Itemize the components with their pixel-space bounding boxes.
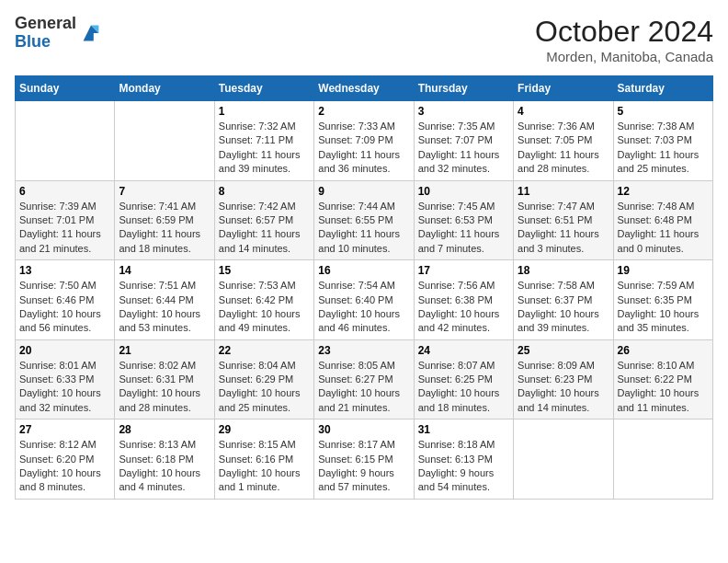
calendar-cell: 21Sunrise: 8:02 AM Sunset: 6:31 PM Dayli… <box>115 339 214 419</box>
location: Morden, Manitoba, Canada <box>535 49 713 64</box>
day-info: Sunrise: 8:13 AM Sunset: 6:18 PM Dayligh… <box>119 438 210 495</box>
calendar-cell: 10Sunrise: 7:45 AM Sunset: 6:53 PM Dayli… <box>414 180 513 260</box>
calendar-cell: 22Sunrise: 8:04 AM Sunset: 6:29 PM Dayli… <box>214 339 313 419</box>
day-info: Sunrise: 7:45 AM Sunset: 6:53 PM Dayligh… <box>418 200 509 257</box>
calendar-cell: 8Sunrise: 7:42 AM Sunset: 6:57 PM Daylig… <box>214 180 313 260</box>
calendar-week-row: 27Sunrise: 8:12 AM Sunset: 6:20 PM Dayli… <box>16 419 713 500</box>
day-number: 6 <box>19 185 110 198</box>
day-info: Sunrise: 7:38 AM Sunset: 7:03 PM Dayligh… <box>618 120 709 177</box>
day-info: Sunrise: 7:39 AM Sunset: 7:01 PM Dayligh… <box>19 200 110 257</box>
day-number: 19 <box>618 264 709 277</box>
day-info: Sunrise: 7:33 AM Sunset: 7:09 PM Dayligh… <box>318 120 409 177</box>
day-number: 26 <box>618 344 709 357</box>
calendar-cell: 24Sunrise: 8:07 AM Sunset: 6:25 PM Dayli… <box>414 339 513 419</box>
day-number: 21 <box>119 344 210 357</box>
day-number: 31 <box>418 423 509 436</box>
day-number: 24 <box>418 344 509 357</box>
logo: General Blue <box>15 15 104 52</box>
logo-icon <box>78 20 104 46</box>
page-header: General Blue October 2024 Morden, Manito… <box>15 15 713 64</box>
calendar-cell: 2Sunrise: 7:33 AM Sunset: 7:09 PM Daylig… <box>314 101 414 181</box>
calendar-cell: 13Sunrise: 7:50 AM Sunset: 6:46 PM Dayli… <box>16 260 115 340</box>
day-info: Sunrise: 7:32 AM Sunset: 7:11 PM Dayligh… <box>219 120 310 177</box>
day-of-week-header: Sunday <box>16 76 115 101</box>
calendar-cell: 29Sunrise: 8:15 AM Sunset: 6:16 PM Dayli… <box>214 419 313 500</box>
calendar-cell: 6Sunrise: 7:39 AM Sunset: 7:01 PM Daylig… <box>16 180 115 260</box>
day-number: 18 <box>518 264 609 277</box>
calendar-cell: 3Sunrise: 7:35 AM Sunset: 7:07 PM Daylig… <box>414 101 513 181</box>
calendar-cell: 15Sunrise: 7:53 AM Sunset: 6:42 PM Dayli… <box>214 260 313 340</box>
day-info: Sunrise: 8:18 AM Sunset: 6:13 PM Dayligh… <box>418 438 509 495</box>
day-info: Sunrise: 7:50 AM Sunset: 6:46 PM Dayligh… <box>19 279 110 336</box>
calendar-cell: 20Sunrise: 8:01 AM Sunset: 6:33 PM Dayli… <box>16 339 115 419</box>
day-info: Sunrise: 7:51 AM Sunset: 6:44 PM Dayligh… <box>119 279 210 336</box>
calendar-cell: 30Sunrise: 8:17 AM Sunset: 6:15 PM Dayli… <box>314 419 414 500</box>
day-number: 23 <box>318 344 409 357</box>
day-info: Sunrise: 7:36 AM Sunset: 7:05 PM Dayligh… <box>518 120 609 177</box>
logo-blue-text: Blue <box>15 32 51 51</box>
calendar-week-row: 1Sunrise: 7:32 AM Sunset: 7:11 PM Daylig… <box>16 101 713 181</box>
day-number: 28 <box>119 423 210 436</box>
calendar-week-row: 13Sunrise: 7:50 AM Sunset: 6:46 PM Dayli… <box>16 260 713 340</box>
day-number: 14 <box>119 264 210 277</box>
day-info: Sunrise: 7:44 AM Sunset: 6:55 PM Dayligh… <box>318 200 409 257</box>
calendar-cell: 23Sunrise: 8:05 AM Sunset: 6:27 PM Dayli… <box>314 339 414 419</box>
calendar-cell: 27Sunrise: 8:12 AM Sunset: 6:20 PM Dayli… <box>16 419 115 500</box>
day-number: 22 <box>219 344 310 357</box>
calendar-cell: 12Sunrise: 7:48 AM Sunset: 6:48 PM Dayli… <box>613 180 712 260</box>
day-number: 20 <box>19 344 110 357</box>
calendar-table: SundayMondayTuesdayWednesdayThursdayFrid… <box>15 75 713 500</box>
calendar-cell <box>613 419 712 500</box>
day-info: Sunrise: 8:07 AM Sunset: 6:25 PM Dayligh… <box>418 359 509 416</box>
title-area: October 2024 Morden, Manitoba, Canada <box>535 15 713 64</box>
day-info: Sunrise: 8:12 AM Sunset: 6:20 PM Dayligh… <box>19 438 110 495</box>
day-of-week-header: Friday <box>514 76 613 101</box>
calendar-cell: 5Sunrise: 7:38 AM Sunset: 7:03 PM Daylig… <box>613 101 712 181</box>
calendar-cell: 11Sunrise: 7:47 AM Sunset: 6:51 PM Dayli… <box>514 180 613 260</box>
day-of-week-header: Monday <box>115 76 214 101</box>
calendar-cell: 17Sunrise: 7:56 AM Sunset: 6:38 PM Dayli… <box>414 260 513 340</box>
day-of-week-header: Wednesday <box>314 76 414 101</box>
calendar-cell: 28Sunrise: 8:13 AM Sunset: 6:18 PM Dayli… <box>115 419 214 500</box>
day-number: 10 <box>418 185 509 198</box>
calendar-cell: 25Sunrise: 8:09 AM Sunset: 6:23 PM Dayli… <box>514 339 613 419</box>
logo-general-text: General <box>15 14 76 32</box>
day-number: 13 <box>19 264 110 277</box>
calendar-cell: 9Sunrise: 7:44 AM Sunset: 6:55 PM Daylig… <box>314 180 414 260</box>
calendar-week-row: 6Sunrise: 7:39 AM Sunset: 7:01 PM Daylig… <box>16 180 713 260</box>
day-info: Sunrise: 7:48 AM Sunset: 6:48 PM Dayligh… <box>618 200 709 257</box>
day-info: Sunrise: 7:56 AM Sunset: 6:38 PM Dayligh… <box>418 279 509 336</box>
day-info: Sunrise: 7:35 AM Sunset: 7:07 PM Dayligh… <box>418 120 509 177</box>
day-info: Sunrise: 8:04 AM Sunset: 6:29 PM Dayligh… <box>219 359 310 416</box>
day-number: 12 <box>618 185 709 198</box>
day-number: 5 <box>618 105 709 118</box>
day-info: Sunrise: 7:58 AM Sunset: 6:37 PM Dayligh… <box>518 279 609 336</box>
calendar-cell <box>115 101 214 181</box>
day-info: Sunrise: 7:53 AM Sunset: 6:42 PM Dayligh… <box>219 279 310 336</box>
day-number: 15 <box>219 264 310 277</box>
day-number: 9 <box>318 185 409 198</box>
day-number: 4 <box>518 105 609 118</box>
day-of-week-header: Tuesday <box>214 76 313 101</box>
month-title: October 2024 <box>535 15 713 49</box>
calendar-cell: 16Sunrise: 7:54 AM Sunset: 6:40 PM Dayli… <box>314 260 414 340</box>
calendar-week-row: 20Sunrise: 8:01 AM Sunset: 6:33 PM Dayli… <box>16 339 713 419</box>
day-number: 25 <box>518 344 609 357</box>
calendar-cell: 31Sunrise: 8:18 AM Sunset: 6:13 PM Dayli… <box>414 419 513 500</box>
calendar-header-row: SundayMondayTuesdayWednesdayThursdayFrid… <box>16 76 713 101</box>
day-number: 3 <box>418 105 509 118</box>
day-info: Sunrise: 8:17 AM Sunset: 6:15 PM Dayligh… <box>318 438 409 495</box>
day-info: Sunrise: 7:41 AM Sunset: 6:59 PM Dayligh… <box>119 200 210 257</box>
calendar-cell: 7Sunrise: 7:41 AM Sunset: 6:59 PM Daylig… <box>115 180 214 260</box>
day-info: Sunrise: 8:10 AM Sunset: 6:22 PM Dayligh… <box>618 359 709 416</box>
day-number: 1 <box>219 105 310 118</box>
calendar-cell <box>514 419 613 500</box>
day-info: Sunrise: 8:09 AM Sunset: 6:23 PM Dayligh… <box>518 359 609 416</box>
calendar-cell: 18Sunrise: 7:58 AM Sunset: 6:37 PM Dayli… <box>514 260 613 340</box>
day-number: 27 <box>19 423 110 436</box>
calendar-cell: 4Sunrise: 7:36 AM Sunset: 7:05 PM Daylig… <box>514 101 613 181</box>
calendar-cell: 26Sunrise: 8:10 AM Sunset: 6:22 PM Dayli… <box>613 339 712 419</box>
day-number: 7 <box>119 185 210 198</box>
day-info: Sunrise: 8:05 AM Sunset: 6:27 PM Dayligh… <box>318 359 409 416</box>
day-info: Sunrise: 8:15 AM Sunset: 6:16 PM Dayligh… <box>219 438 310 495</box>
